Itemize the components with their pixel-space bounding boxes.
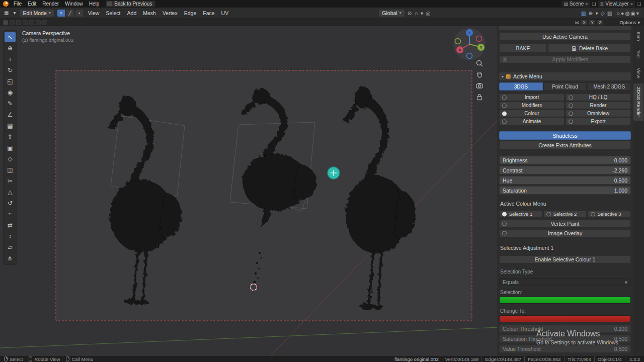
tool-cursor[interactable]: ⊕ [5,43,16,53]
mirror-x-toggle[interactable]: X [581,20,587,25]
brightness-slider[interactable]: Brightness 0.000 [499,156,631,164]
menu-select[interactable]: Select [104,10,122,16]
bake-button[interactable]: BAKE [499,44,547,52]
tool-move[interactable]: + [5,54,16,64]
header-tool-icon[interactable] [23,20,28,25]
apply-modifiers-toggle[interactable]: ✓ Apply Modifiers [499,55,631,63]
annotation-active-icon[interactable]: ▥ [581,10,586,16]
use-active-camera-button[interactable]: Use Active Camera [499,32,631,41]
edge-select-mode-button[interactable]: ╱ [66,9,74,17]
rendered-shading-icon[interactable]: ◉ [631,10,635,16]
mirror-butterfly-icon[interactable]: ⋈ [575,20,579,25]
hue-slider[interactable]: Hue 0.500 [499,176,631,185]
show-overlays-icon[interactable]: ◇ [601,10,605,16]
tab-tool[interactable]: Tool [633,46,643,62]
menu-vertex[interactable]: Vertex [160,10,180,16]
tool-measure[interactable]: ∠ [5,109,16,120]
saturation-threshold-slider[interactable]: Saturation Threshold 0.500 [499,335,631,343]
contrast-slider[interactable]: Contrast -2.260 [499,166,631,174]
header-tool-icon[interactable] [36,20,41,25]
menu-file[interactable]: File [11,0,24,8]
shadeless-button[interactable]: Shadeless [499,131,631,140]
colour-threshold-slider[interactable]: Colour Threshold 0.200 [499,325,631,333]
tool-spin[interactable]: ↺ [5,198,16,208]
tool-select-box[interactable]: ↖ [5,32,16,42]
tool-add-cube[interactable]: ▦ [5,120,16,131]
menu-mesh[interactable]: Mesh [141,10,158,16]
delete-bake-button[interactable]: Delete Bake [548,44,631,52]
enable-selective-colour-button[interactable]: Enable Selective Colour 1 [499,255,631,263]
navigation-gizmo[interactable]: Z Y X [452,27,487,62]
gizmo-neg-x-axis[interactable] [476,36,482,42]
transform-orientation-dropdown[interactable]: Global ▾ [378,9,405,17]
tab-3dgs[interactable]: 3DGS [499,82,543,90]
options-dropdown[interactable]: Options ▾ [619,20,640,25]
selection-type-dropdown[interactable]: Equals ▾ [499,278,631,286]
tool-rotate[interactable]: ↻ [5,65,16,75]
tool-knife[interactable]: ✂ [5,175,16,186]
menu-view[interactable]: View [86,10,102,16]
editor-type-icon[interactable]: ▦ [3,10,10,16]
selective-2-option[interactable]: Selective 2 [543,210,587,218]
menu-help[interactable]: Help [87,0,102,8]
tool-rip-region[interactable]: ⋔ [5,253,16,263]
camera-view-icon[interactable] [475,81,484,89]
tool-bevel[interactable]: ◇ [5,153,16,164]
tool-annotate[interactable]: ✎ [5,98,16,109]
tool-scale[interactable]: ◱ [5,76,16,86]
show-gizmo-icon[interactable]: ⊕ [589,10,593,16]
option-modifiers[interactable]: Modifiers [499,102,565,109]
toggle-xray-icon[interactable]: ▥ [607,10,612,16]
header-tool-icon[interactable] [10,20,15,25]
saturation-slider[interactable]: Saturation 1.000 [499,186,631,195]
option-export[interactable]: Export [566,118,631,125]
gizmo-chevron-icon[interactable]: ▾ [595,10,598,16]
menu-render[interactable]: Render [40,0,61,8]
solid-shading-icon[interactable]: ● [621,10,624,16]
remove-viewlayer-icon[interactable]: × [630,2,633,7]
pivot-point-icon[interactable]: ⊙ [408,10,412,16]
material-shading-icon[interactable]: ◍ [625,10,629,16]
tool-transform[interactable]: ◉ [5,87,16,98]
option-render[interactable]: Render [566,102,631,109]
tool-shrink-flatten[interactable]: ↕ [5,231,16,241]
unlink-scene-icon[interactable]: × [585,2,588,7]
option-animate[interactable]: Animate [499,118,565,125]
menu-edit[interactable]: Edit [25,0,39,8]
editor-type-chevron-icon[interactable]: ▾ [12,10,17,16]
back-to-previous-button[interactable]: Back to Previous [106,1,155,7]
pan-hand-icon[interactable] [475,70,484,78]
tab-item[interactable]: Item [633,28,643,44]
selection-color-swatch[interactable] [499,297,631,304]
snap-chevron-icon[interactable]: ▾ [421,10,423,16]
menu-edge[interactable]: Edge [182,10,199,16]
face-select-mode-button[interactable]: ▪ [75,9,84,17]
menu-uv[interactable]: UV [219,10,231,16]
image-overlay-option[interactable]: Image Overlay [499,229,631,237]
lock-icon[interactable] [475,93,484,101]
tool-inset-faces[interactable]: ▣ [5,142,16,153]
viewlayer-selector[interactable]: ≣ ViewLayer × [598,1,635,7]
tab-mesh-2-3dgs[interactable]: Mesh 2 3DGS [587,82,631,90]
header-tool-icon[interactable] [3,20,8,25]
wireframe-shading-icon[interactable]: ○ [617,10,620,16]
snap-magnet-icon[interactable]: ∩ [415,10,419,16]
shading-chevron-icon[interactable]: ▾ [636,10,639,16]
selective-3-option[interactable]: Selective 3 [588,210,631,218]
gizmo-neg-z-axis[interactable] [467,53,472,59]
vertex-select-mode-button[interactable]: • [57,9,65,17]
tool-shear[interactable]: ▱ [5,242,16,252]
tab-3dgs-render[interactable]: 3DGS Render [633,83,643,121]
header-tool-icon[interactable] [16,20,21,25]
tool-poly-build[interactable]: △ [5,187,16,197]
tool-edge-slide[interactable]: ⇄ [5,220,16,230]
create-extra-attributes-button[interactable]: Create Extra Attributes [499,141,631,149]
blender-logo-icon[interactable] [3,1,9,7]
mirror-y-toggle[interactable]: Y [589,20,595,25]
option-omniview[interactable]: Omniview [566,110,631,117]
new-scene-icon[interactable]: ❏ [592,2,596,7]
tool-extrude-region[interactable]: ⇧ [5,131,16,142]
tab-view[interactable]: View [633,64,643,81]
tool-loop-cut[interactable]: ◫ [5,164,16,175]
header-tool-icon[interactable] [29,20,34,25]
